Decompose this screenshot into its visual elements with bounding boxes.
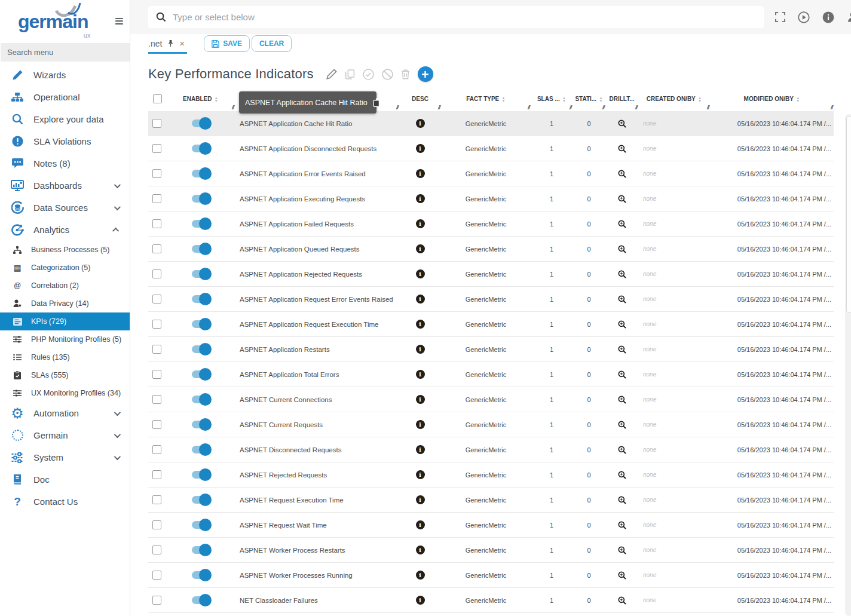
row-checkbox[interactable] [152, 119, 161, 128]
info-icon[interactable] [416, 520, 425, 529]
sidebar-item-php-monitoring-profiles[interactable]: PHP Monitoring Profiles (5) [0, 330, 130, 348]
chevron-down-icon[interactable] [114, 203, 121, 210]
row-checkbox[interactable] [152, 545, 161, 554]
enabled-toggle[interactable] [192, 170, 210, 177]
scrollbar-thumb[interactable] [846, 116, 851, 313]
table-row[interactable]: ASPNET Application Total Errors GenericM… [148, 362, 834, 387]
user-icon[interactable] [847, 11, 851, 23]
column-resize-handle[interactable] [570, 105, 571, 111]
column-resize-handle[interactable] [602, 105, 604, 111]
row-checkbox[interactable] [152, 194, 161, 203]
sidebar-item-notes[interactable]: Notes (8) [0, 152, 130, 174]
zoom-in-icon[interactable] [618, 521, 626, 529]
header-enabled[interactable]: ENABLED [166, 87, 235, 111]
global-search-input[interactable] [173, 12, 756, 22]
chevron-down-icon[interactable] [114, 181, 121, 188]
info-icon[interactable] [416, 370, 425, 379]
row-checkbox[interactable] [152, 144, 161, 153]
play-circle-icon[interactable] [798, 11, 810, 23]
table-row[interactable]: ASPNET Application Request Error Events … [148, 287, 834, 312]
info-icon[interactable] [416, 269, 425, 278]
enabled-toggle[interactable] [192, 145, 210, 152]
sidebar-item-germain[interactable]: Germain [0, 424, 130, 446]
table-row[interactable]: ASPNET Application Executing Requests Ge… [148, 186, 834, 212]
table-row[interactable]: ASPNET Application Disconnected Requests… [148, 136, 834, 161]
info-circle-icon[interactable] [822, 11, 834, 23]
chevron-up-icon[interactable] [112, 227, 119, 234]
info-icon[interactable] [416, 169, 425, 178]
zoom-in-icon[interactable] [618, 119, 626, 128]
row-checkbox[interactable] [152, 320, 161, 329]
table-row[interactable]: NET Classloader Failures GenericMetric 1… [148, 588, 834, 613]
table-row[interactable]: ASPNET Application Cache Hit Ratio Gener… [148, 111, 834, 136]
add-icon[interactable] [418, 66, 433, 82]
info-icon[interactable] [416, 571, 425, 580]
info-icon[interactable] [416, 219, 425, 228]
sort-icon[interactable] [599, 96, 602, 102]
enabled-toggle[interactable] [192, 446, 210, 453]
info-icon[interactable] [416, 194, 425, 203]
column-resize-handle[interactable] [232, 105, 234, 111]
sort-icon[interactable] [796, 96, 800, 102]
table-row[interactable]: ASPNET Application Rejected Requests Gen… [148, 262, 834, 287]
sidebar-item-kpis[interactable]: KPIs (729) [0, 312, 130, 330]
enabled-toggle[interactable] [192, 521, 210, 529]
info-icon[interactable] [416, 295, 425, 304]
sort-icon[interactable] [214, 96, 218, 102]
table-row[interactable]: ASPNET Request Execution Time GenericMet… [148, 488, 834, 513]
column-resize-handle[interactable] [635, 105, 637, 111]
header-modified-on-by[interactable]: MODIFIED ON/BY [710, 87, 834, 111]
enabled-toggle[interactable] [192, 345, 210, 353]
enabled-toggle[interactable] [192, 295, 210, 303]
zoom-in-icon[interactable] [618, 571, 626, 580]
sidebar-item-system[interactable]: System [0, 446, 130, 468]
table-row[interactable]: ASPNET Application Request Execution Tim… [148, 312, 834, 337]
header-drillthrough[interactable]: DRILLT... [605, 87, 638, 111]
delete-icon[interactable] [401, 69, 410, 79]
zoom-in-icon[interactable] [618, 270, 626, 278]
ban-icon[interactable] [382, 69, 393, 80]
sidebar-item-business-processes[interactable]: Business Processes (5) [0, 241, 130, 259]
zoom-in-icon[interactable] [618, 295, 626, 304]
zoom-in-icon[interactable] [618, 245, 626, 253]
sidebar-item-operational[interactable]: Operational [0, 86, 130, 108]
save-button[interactable]: SAVE [204, 35, 250, 52]
sidebar-item-wizards[interactable]: Wizards [0, 64, 130, 86]
sidebar-item-data-privacy[interactable]: Data Privacy (14) [0, 295, 130, 312]
table-row[interactable]: ASPNET Application Error Events Raised G… [148, 161, 834, 186]
row-checkbox[interactable] [152, 445, 161, 454]
table-row[interactable]: ASPNET Application Restarts GenericMetri… [148, 337, 834, 362]
table-row[interactable]: ASPNET Request Wait Time GenericMetric 1… [148, 513, 834, 538]
info-icon[interactable] [416, 470, 425, 479]
enabled-toggle[interactable] [192, 370, 210, 378]
close-icon[interactable] [179, 38, 185, 48]
enabled-toggle[interactable] [192, 571, 210, 579]
sidebar-item-dashboards[interactable]: Dashboards [0, 174, 130, 197]
zoom-in-icon[interactable] [618, 471, 626, 479]
chevron-down-icon[interactable] [114, 453, 121, 459]
table-row[interactable]: ASPNET Worker Processes Running GenericM… [148, 563, 834, 588]
sort-icon[interactable] [501, 96, 505, 102]
header-slas[interactable]: SLAS ... [531, 87, 573, 111]
sidebar-item-rules[interactable]: Rules (135) [0, 348, 130, 366]
row-checkbox[interactable] [152, 169, 161, 178]
check-circle-icon[interactable] [363, 69, 374, 80]
zoom-in-icon[interactable] [618, 345, 626, 354]
zoom-in-icon[interactable] [618, 396, 626, 404]
table-row[interactable]: ASPNET Disconnected Requests GenericMetr… [148, 437, 834, 462]
header-statics[interactable]: STATI... [573, 87, 605, 111]
info-icon[interactable] [416, 119, 425, 128]
row-checkbox[interactable] [152, 495, 161, 504]
table-row[interactable]: ASPNET Rejected Requests GenericMetric 1… [148, 462, 834, 488]
table-row[interactable]: ASPNET Application Failed Requests Gener… [148, 212, 834, 237]
zoom-in-icon[interactable] [618, 145, 626, 153]
zoom-in-icon[interactable] [618, 320, 626, 329]
enabled-toggle[interactable] [192, 220, 210, 228]
row-checkbox[interactable] [152, 470, 161, 479]
zoom-in-icon[interactable] [618, 220, 626, 228]
sidebar-item-slas[interactable]: SLAs (555) [0, 366, 130, 384]
table-row[interactable]: ASPNET Current Requests GenericMetric 1 … [148, 412, 834, 437]
sidebar-item-data-sources[interactable]: Data Sources [0, 197, 130, 219]
row-checkbox[interactable] [152, 269, 161, 278]
row-checkbox[interactable] [152, 244, 161, 253]
